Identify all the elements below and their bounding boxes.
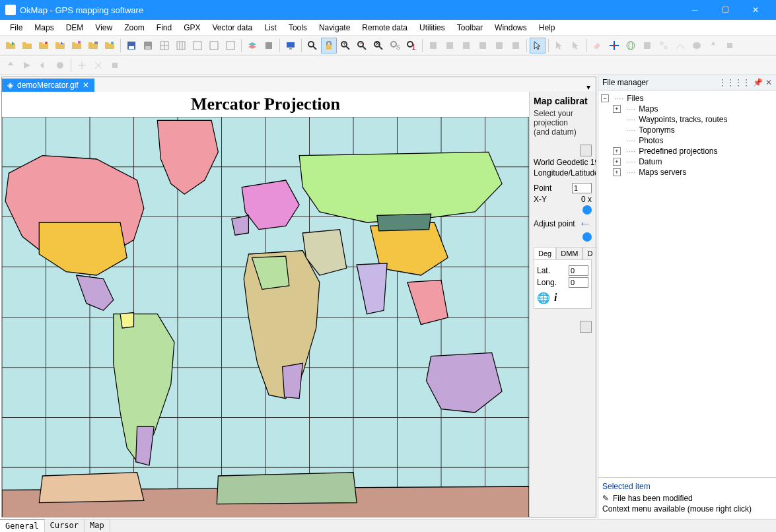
zoom-out-button[interactable]: −: [354, 38, 370, 53]
menu-dem[interactable]: DEM: [60, 21, 90, 34]
tab-d[interactable]: D: [582, 247, 596, 259]
nav1-button[interactable]: [3, 57, 18, 73]
collapse-icon[interactable]: −: [601, 94, 609, 102]
status-tab-general[interactable]: General: [0, 519, 45, 532]
tab-dmm[interactable]: DMM: [556, 247, 582, 259]
expand-icon[interactable]: +: [613, 158, 621, 166]
zoom-11-button[interactable]: 1:1: [404, 38, 419, 53]
nav6-button[interactable]: [90, 57, 106, 73]
globe-button[interactable]: [623, 38, 639, 53]
shape3-button[interactable]: [672, 38, 688, 53]
tree-node-datum[interactable]: +····Datum: [613, 156, 773, 167]
menu-vector-data[interactable]: Vector data: [207, 21, 259, 34]
open-project-button[interactable]: [85, 38, 101, 53]
layers-button[interactable]: [244, 38, 260, 53]
menu-remote-data[interactable]: Remote data: [356, 21, 413, 34]
menu-gpx[interactable]: GPX: [178, 21, 206, 34]
menu-toolbar[interactable]: Toolbar: [451, 21, 489, 34]
menu-utilities[interactable]: Utilities: [413, 21, 451, 34]
tree-root[interactable]: − ···· Files: [601, 93, 773, 104]
menu-find[interactable]: Find: [151, 21, 178, 34]
crosshair-button[interactable]: [606, 38, 622, 53]
tab-deg[interactable]: Deg: [534, 247, 556, 259]
zoom-sel-button[interactable]: s: [387, 38, 403, 53]
open-map-button[interactable]: [3, 38, 18, 53]
pin-icon[interactable]: 📌: [753, 78, 763, 87]
grid5-button[interactable]: [223, 38, 238, 53]
status-tab-cursor[interactable]: Cursor: [45, 519, 85, 532]
close-tab-icon[interactable]: ✕: [83, 81, 89, 90]
save-button[interactable]: [123, 38, 139, 53]
nav2-button[interactable]: [19, 57, 35, 73]
zoom-button[interactable]: [304, 38, 320, 53]
nav4-button[interactable]: [52, 57, 68, 73]
info-icon[interactable]: i: [554, 292, 557, 304]
edit5-button[interactable]: [491, 38, 507, 53]
shape4-button[interactable]: [689, 38, 705, 53]
menu-zoom[interactable]: Zoom: [118, 21, 151, 34]
edit2-button[interactable]: [442, 38, 458, 53]
menu-maps[interactable]: Maps: [28, 21, 59, 34]
nav7-button[interactable]: [107, 57, 123, 73]
display-button[interactable]: [283, 38, 299, 53]
tree-node-maps[interactable]: +····Maps: [613, 104, 773, 114]
maximize-button[interactable]: ☐: [710, 0, 740, 20]
shape6-button[interactable]: [722, 38, 738, 53]
eraser-button[interactable]: [590, 38, 606, 53]
grid3-button[interactable]: [190, 38, 205, 53]
tree-node-photos[interactable]: ····Photos: [613, 135, 773, 146]
open-photo-button[interactable]: [102, 38, 118, 53]
shape1-button[interactable]: [639, 38, 655, 53]
shape5-button[interactable]: [705, 38, 721, 53]
panel-close-icon[interactable]: ✕: [765, 78, 772, 87]
map-view[interactable]: Mercator Projection: [2, 92, 530, 517]
long-input[interactable]: [569, 277, 588, 288]
zoom-fit-button[interactable]: ×: [370, 38, 386, 53]
minimize-button[interactable]: ─: [680, 0, 710, 20]
grid-button[interactable]: [157, 38, 172, 53]
lock-button[interactable]: [321, 38, 337, 53]
edit4-button[interactable]: [475, 38, 491, 53]
shape2-button[interactable]: [656, 38, 672, 53]
menu-navigate[interactable]: Navigate: [313, 21, 356, 34]
open-gpx-button[interactable]: [36, 38, 52, 53]
pointer-button[interactable]: [530, 38, 546, 53]
tree-node-projections[interactable]: +····Predefined projections: [613, 146, 773, 156]
expand-icon[interactable]: +: [613, 147, 621, 155]
calib-apply-button[interactable]: [580, 321, 592, 333]
globe-icon[interactable]: 🌐: [537, 292, 550, 304]
document-tab[interactable]: ◈ demoMercator.gif ✕: [2, 79, 94, 92]
arrow-left-icon[interactable]: ←: [579, 216, 592, 231]
panel-grip-icon[interactable]: ⋮⋮⋮⋮: [719, 78, 750, 87]
grid2-button[interactable]: [173, 38, 189, 53]
zoom-in-button[interactable]: +: [337, 38, 353, 53]
menu-file[interactable]: File: [4, 21, 28, 34]
tree-node-servers[interactable]: +····Maps servers: [613, 167, 773, 178]
edit6-button[interactable]: [508, 38, 524, 53]
menu-view[interactable]: View: [89, 21, 118, 34]
nav3-button[interactable]: [36, 57, 52, 73]
expand-icon[interactable]: +: [613, 105, 621, 113]
cursor2-button[interactable]: [551, 38, 567, 53]
tree-node-toponyms[interactable]: ····Toponyms: [613, 125, 773, 135]
expand-icon[interactable]: +: [613, 168, 621, 176]
tabs-dropdown-icon[interactable]: ▾: [581, 83, 596, 92]
close-button[interactable]: ✕: [740, 0, 771, 20]
status-tab-map[interactable]: Map: [85, 519, 110, 532]
menu-windows[interactable]: Windows: [489, 21, 533, 34]
layers2-button[interactable]: [261, 38, 277, 53]
cursor3-button[interactable]: [568, 38, 584, 53]
open-dem-button[interactable]: [52, 38, 68, 53]
open-vector-button[interactable]: [69, 38, 85, 53]
nav5-button[interactable]: [74, 57, 90, 73]
menu-help[interactable]: Help: [533, 21, 561, 34]
lat-input[interactable]: [569, 265, 588, 276]
edit1-button[interactable]: [425, 38, 441, 53]
save-all-button[interactable]: [140, 38, 156, 53]
edit3-button[interactable]: [458, 38, 474, 53]
menu-tools[interactable]: Tools: [283, 21, 313, 34]
grid4-button[interactable]: [206, 38, 222, 53]
calib-proj-button[interactable]: [580, 145, 592, 156]
menu-list[interactable]: List: [258, 21, 283, 34]
open-folder-button[interactable]: [19, 38, 35, 53]
